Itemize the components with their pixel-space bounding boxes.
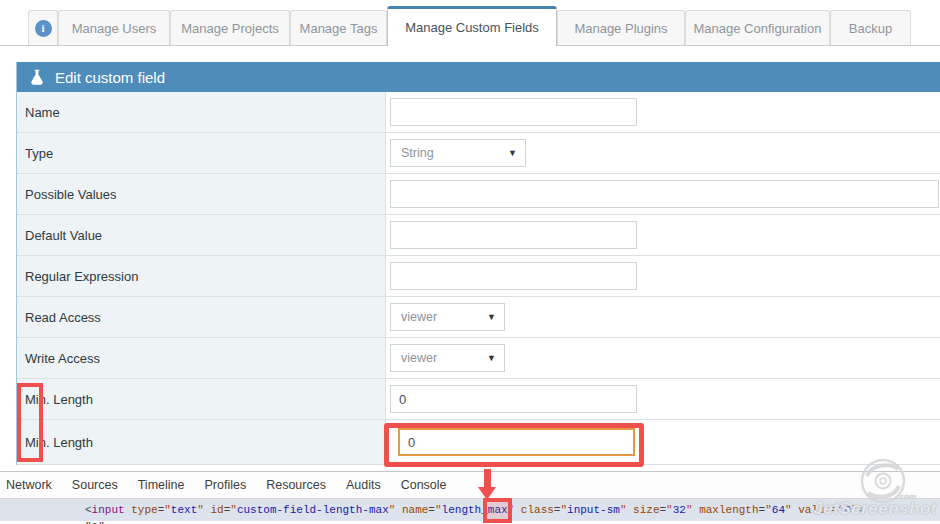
tab-label: Manage Configuration <box>694 21 822 36</box>
max-length-input-focused[interactable] <box>398 428 635 456</box>
chevron-down-icon: ▼ <box>487 353 496 363</box>
regular-expression-input[interactable] <box>390 262 637 290</box>
form-row-possible-values: Possible Values <box>17 174 940 215</box>
tab-label: Manage Plugins <box>574 21 667 36</box>
field-label-min-length: Min. Length <box>25 392 93 407</box>
tab-manage-plugins[interactable]: Manage Plugins <box>557 10 685 45</box>
form-row-read-access: Read Access viewer ▼ <box>17 297 940 338</box>
devtools-tab-console[interactable]: Console <box>391 478 457 492</box>
form-row-type: Type String ▼ <box>17 133 940 174</box>
form-header: Edit custom field <box>17 62 940 92</box>
tab-info[interactable]: i <box>28 10 58 45</box>
read-access-select[interactable]: viewer ▼ <box>390 303 505 331</box>
tab-manage-configuration[interactable]: Manage Configuration <box>685 10 830 45</box>
devtools-tab-network[interactable]: Network <box>6 478 62 492</box>
form-row-regular-expression: Regular Expression <box>17 256 940 297</box>
field-label-possible-values: Possible Values <box>25 187 117 202</box>
form-row-write-access: Write Access viewer ▼ <box>17 338 940 379</box>
possible-values-input[interactable] <box>390 180 939 208</box>
field-label-write-access: Write Access <box>25 351 100 366</box>
tab-label: Manage Projects <box>181 21 279 36</box>
form-row-name: Name <box>17 92 940 133</box>
read-access-select-value: viewer <box>401 310 437 324</box>
type-select-value: String <box>401 146 434 160</box>
field-label-regular-expression: Regular Expression <box>25 269 138 284</box>
devtools-tab-timeline[interactable]: Timeline <box>128 478 195 492</box>
field-label-default-value: Default Value <box>25 228 102 243</box>
info-icon: i <box>35 20 52 37</box>
flask-icon <box>28 68 46 86</box>
field-label-name: Name <box>25 105 60 120</box>
tab-manage-users[interactable]: Manage Users <box>58 10 170 45</box>
form-title: Edit custom field <box>55 69 165 86</box>
type-select[interactable]: String ▼ <box>390 139 526 167</box>
field-label-read-access: Read Access <box>25 310 101 325</box>
form-row-min-length: Min. Length <box>17 379 940 420</box>
tab-label: Manage Users <box>72 21 157 36</box>
devtools-tab-sources[interactable]: Sources <box>62 478 128 492</box>
write-access-select[interactable]: viewer ▼ <box>390 344 505 372</box>
name-input[interactable] <box>390 98 637 126</box>
chevron-down-icon: ▼ <box>508 148 517 158</box>
write-access-select-value: viewer <box>401 351 437 365</box>
edit-custom-field-form: Edit custom field Name Type String ▼ Pos… <box>16 62 940 465</box>
devtools-tab-audits[interactable]: Audits <box>336 478 391 492</box>
devtools-tab-resources[interactable]: Resources <box>256 478 336 492</box>
devtools-panel: Network Sources Timeline Profiles Resour… <box>0 471 940 524</box>
tab-label: Backup <box>849 21 892 36</box>
devtools-tab-profiles[interactable]: Profiles <box>194 478 256 492</box>
field-label-min-length-duplicate: Min. Length <box>25 435 93 450</box>
tab-manage-tags[interactable]: Manage Tags <box>290 10 387 45</box>
tab-backup[interactable]: Backup <box>830 10 911 45</box>
tab-manage-projects[interactable]: Manage Projects <box>170 10 290 45</box>
default-value-input[interactable] <box>390 221 637 249</box>
chevron-down-icon: ▼ <box>487 312 496 322</box>
field-label-type: Type <box>25 146 53 161</box>
highlighted-name-max-token: max <box>488 504 508 516</box>
form-row-min-length-duplicate: Min. Length <box>17 420 940 465</box>
devtools-code-line[interactable]: <input type="text" id="custom-field-leng… <box>0 499 940 521</box>
form-row-default-value: Default Value <box>17 215 940 256</box>
min-length-input[interactable] <box>390 385 637 413</box>
tab-manage-custom-fields[interactable]: Manage Custom Fields <box>387 6 557 46</box>
page: i Manage Users Manage Projects Manage Ta… <box>0 0 940 524</box>
tab-label: Manage Custom Fields <box>405 20 539 35</box>
devtools-toolbar: Network Sources Timeline Profiles Resour… <box>0 472 940 499</box>
tab-label: Manage Tags <box>300 21 378 36</box>
